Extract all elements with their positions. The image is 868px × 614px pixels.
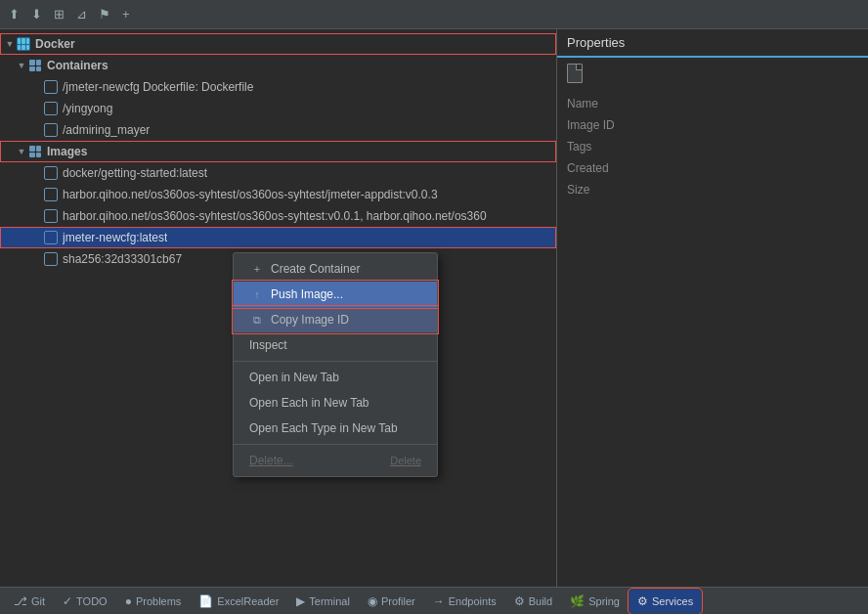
ctx-copy-image-id[interactable]: ⧉ Copy Image ID bbox=[234, 307, 437, 332]
prop-name-label: Name bbox=[567, 97, 858, 110]
excelreader-label: ExcelReader bbox=[217, 595, 279, 607]
image-label-3: jmeter-newcfg:latest bbox=[63, 231, 167, 244]
services-label: Services bbox=[652, 595, 693, 607]
build-label: Build bbox=[529, 595, 552, 607]
git-icon: ⎇ bbox=[14, 594, 27, 608]
ctx-delete[interactable]: Delete... Delete bbox=[234, 448, 437, 473]
container-icon-2 bbox=[43, 101, 59, 116]
main-layout: ⬆ ⬇ ⊞ ⊿ ⚑ + bbox=[0, 0, 868, 614]
containers-label: Containers bbox=[47, 59, 108, 72]
sort-desc-icon[interactable]: ⬇ bbox=[28, 5, 45, 23]
container-label-1: /jmeter-newcfg Dockerfile: Dockerfile bbox=[63, 80, 253, 94]
ctx-open-each-type-tab-label: Open Each Type in New Tab bbox=[249, 421, 398, 435]
endpoints-label: Endpoints bbox=[449, 595, 497, 607]
filter-icon[interactable]: ⊿ bbox=[73, 5, 90, 23]
git-label: Git bbox=[31, 595, 45, 607]
todo-icon: ✓ bbox=[63, 594, 72, 608]
status-terminal[interactable]: ▶ Terminal bbox=[288, 590, 358, 613]
prop-row-created: Created bbox=[557, 157, 868, 179]
tree-item-image-0[interactable]: docker/getting-started:latest bbox=[0, 162, 556, 184]
prop-row-imageid: Image ID bbox=[557, 114, 868, 136]
todo-label: TODO bbox=[76, 595, 108, 607]
spacer bbox=[31, 124, 43, 136]
services-icon: ⚙ bbox=[637, 594, 648, 608]
prop-row-tags: Tags bbox=[557, 136, 868, 157]
push-icon: ↑ bbox=[249, 286, 265, 302]
image-icon-4 bbox=[43, 251, 59, 267]
containers-arrow bbox=[16, 60, 27, 71]
status-problems[interactable]: ● Problems bbox=[117, 590, 190, 613]
images-grid-icon bbox=[27, 144, 43, 159]
properties-icon-row bbox=[557, 58, 868, 89]
copy-icon: ⧉ bbox=[249, 312, 265, 328]
spacer bbox=[31, 103, 43, 114]
image-label-4: sha256:32d33301cb67 bbox=[63, 252, 182, 266]
ctx-open-new-tab[interactable]: Open in New Tab bbox=[234, 365, 437, 390]
problems-label: Problems bbox=[136, 595, 181, 607]
docker-label: Docker bbox=[35, 37, 75, 51]
toolbar: ⬆ ⬇ ⊞ ⊿ ⚑ + bbox=[0, 0, 868, 29]
ctx-create-container[interactable]: + Create Container bbox=[234, 256, 437, 282]
status-build[interactable]: ⚙ Build bbox=[506, 590, 560, 613]
tree-item-docker[interactable]: Docker bbox=[0, 33, 556, 55]
status-spring[interactable]: 🌿 Spring bbox=[562, 590, 628, 613]
image-label-2: harbor.qihoo.net/os360os-syhtest/os360os… bbox=[63, 209, 487, 223]
ctx-open-each-type-tab[interactable]: Open Each Type in New Tab bbox=[234, 416, 437, 441]
context-menu: + Create Container ↑ Push Image... ⧉ Cop… bbox=[233, 252, 438, 477]
status-services[interactable]: ⚙ Services bbox=[629, 590, 701, 613]
status-bar: ⎇ Git ✓ TODO ● Problems 📄 ExcelReader ▶ … bbox=[0, 587, 868, 614]
spacer bbox=[31, 189, 43, 200]
excelreader-icon: 📄 bbox=[198, 594, 213, 608]
ctx-separator-1 bbox=[234, 361, 437, 362]
sort-asc-icon[interactable]: ⬆ bbox=[6, 5, 22, 23]
left-panel: Docker Containers bbox=[0, 29, 557, 587]
tree-item-image-1[interactable]: harbor.qihoo.net/os360os-syhtest/os360os… bbox=[0, 184, 556, 205]
status-endpoints[interactable]: → Endpoints bbox=[425, 590, 504, 613]
container-label-2: /yingyong bbox=[63, 102, 112, 115]
ctx-inspect-label: Inspect bbox=[249, 338, 287, 352]
image-icon-2 bbox=[43, 208, 59, 224]
ctx-open-new-tab-label: Open in New Tab bbox=[249, 371, 339, 384]
spacer bbox=[31, 232, 43, 243]
endpoints-icon: → bbox=[433, 594, 445, 608]
add-icon[interactable]: + bbox=[119, 5, 133, 23]
image-icon-0 bbox=[43, 165, 59, 181]
properties-list: Name Image ID Tags Created Size bbox=[557, 89, 868, 204]
tree-item-images[interactable]: Images bbox=[0, 141, 556, 162]
tree-item-container-1[interactable]: /jmeter-newcfg Dockerfile: Dockerfile bbox=[0, 76, 556, 98]
group-icon[interactable]: ⊞ bbox=[51, 5, 67, 23]
prop-file-icon bbox=[567, 64, 583, 83]
profiler-label: Profiler bbox=[381, 595, 415, 607]
containers-grid-icon bbox=[27, 58, 43, 73]
content-area: Docker Containers bbox=[0, 29, 868, 587]
tree-item-containers[interactable]: Containers bbox=[0, 55, 556, 76]
ctx-delete-shortcut: Delete bbox=[390, 455, 421, 466]
container-icon-3 bbox=[43, 122, 59, 138]
prop-row-name: Name bbox=[557, 93, 868, 114]
ctx-push-image-label: Push Image... bbox=[271, 287, 343, 301]
status-profiler[interactable]: ◉ Profiler bbox=[360, 590, 423, 613]
profiler-icon: ◉ bbox=[368, 594, 377, 608]
prop-row-size: Size bbox=[557, 179, 868, 200]
prop-imageid-label: Image ID bbox=[567, 118, 858, 132]
bookmark-icon[interactable]: ⚑ bbox=[96, 5, 113, 23]
images-label: Images bbox=[47, 145, 87, 158]
status-excelreader[interactable]: 📄 ExcelReader bbox=[191, 590, 286, 613]
tree-item-container-3[interactable]: /admiring_mayer bbox=[0, 119, 556, 141]
tree-item-image-2[interactable]: harbor.qihoo.net/os360os-syhtest/os360os… bbox=[0, 205, 556, 227]
terminal-icon: ▶ bbox=[296, 594, 305, 608]
right-panel: Properties Name Image ID Tags Created S bbox=[557, 29, 868, 587]
prop-size-label: Size bbox=[567, 183, 858, 197]
spacer bbox=[31, 167, 43, 179]
ctx-push-image[interactable]: ↑ Push Image... bbox=[234, 282, 437, 307]
tree-item-container-2[interactable]: /yingyong bbox=[0, 98, 556, 119]
status-git[interactable]: ⎇ Git bbox=[6, 590, 53, 613]
ctx-open-each-new-tab[interactable]: Open Each in New Tab bbox=[234, 390, 437, 416]
ctx-delete-label: Delete... bbox=[249, 454, 293, 467]
status-todo[interactable]: ✓ TODO bbox=[55, 590, 115, 613]
ctx-inspect[interactable]: Inspect bbox=[234, 332, 437, 358]
ctx-separator-2 bbox=[234, 444, 437, 445]
container-label-3: /admiring_mayer bbox=[63, 123, 150, 137]
tree-item-image-3[interactable]: jmeter-newcfg:latest bbox=[0, 227, 556, 248]
prop-tags-label: Tags bbox=[567, 140, 858, 154]
